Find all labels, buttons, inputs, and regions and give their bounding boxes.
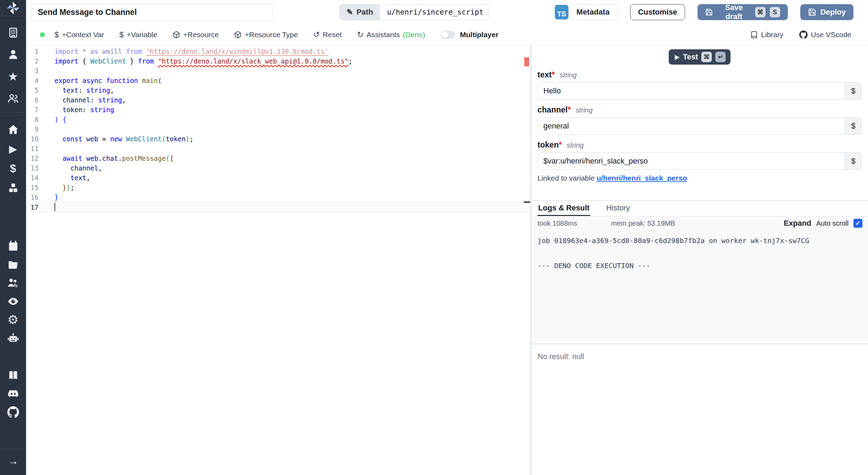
sidebar-item-ai[interactable] <box>0 330 26 346</box>
code-text: export async function main( <box>55 76 162 85</box>
add-resource-type-button[interactable]: +Resource Type <box>234 31 298 39</box>
text-field-input[interactable] <box>537 82 862 100</box>
box-icon <box>234 31 242 39</box>
enter-key-badge: ↵ <box>715 52 726 62</box>
windmill-logo[interactable] <box>0 0 26 16</box>
code-line-9[interactable]: 9 <box>26 124 531 134</box>
token-field-input[interactable] <box>537 152 862 170</box>
field-name: text <box>537 70 552 79</box>
insert-variable-button[interactable]: $ <box>845 83 861 99</box>
line-number: 5 <box>26 85 39 95</box>
reset-button[interactable]: ↺ Reset <box>313 30 342 39</box>
windmill-logo-icon <box>6 0 21 16</box>
code-line-3[interactable]: 3 <box>26 66 531 76</box>
code-line-12[interactable]: 12 await web.chat.postMessage({ <box>26 153 531 163</box>
test-button[interactable]: ▶ Test ⌘ ↵ <box>669 49 731 65</box>
multiplayer-label-item: Multiplayer <box>460 31 499 39</box>
tab-history[interactable]: History <box>606 201 631 216</box>
sidebar-item-docs[interactable] <box>0 367 26 383</box>
test-button-label: Test <box>683 52 698 61</box>
dollar-icon: $ <box>851 122 855 131</box>
sidebar-item-audit-logs[interactable] <box>0 293 26 309</box>
use-vscode-label: Use VScode <box>811 31 851 39</box>
code-line-11[interactable]: 11 <box>26 144 531 153</box>
s-key-badge: S <box>770 7 780 17</box>
code-line-16[interactable]: 16} <box>26 192 531 202</box>
github-icon <box>799 31 808 39</box>
multiplayer-toggle[interactable] <box>441 31 455 39</box>
code-line-1[interactable]: 1import * as wmill from 'https://deno.la… <box>26 47 531 56</box>
sidebar-item-discord[interactable] <box>0 386 26 402</box>
field-name: token <box>537 140 559 149</box>
sidebar-item-workers[interactable] <box>0 275 26 291</box>
code-line-17[interactable]: 17 <box>26 202 531 212</box>
arrow-right-icon: → <box>8 455 19 466</box>
add-variable-button[interactable]: $ +Variable <box>119 30 157 39</box>
auto-scroll-checkbox[interactable]: ✓ <box>853 219 862 228</box>
library-button[interactable]: Library <box>750 31 783 39</box>
channel-field-input[interactable] <box>537 117 862 135</box>
add-context-var-button[interactable]: $ +Context Var <box>55 30 104 39</box>
text-cursor <box>55 203 55 211</box>
add-resource-label: +Resource <box>183 31 219 39</box>
sidebar-item-workspace[interactable] <box>0 25 26 41</box>
assistants-button[interactable]: ↻ Assistants (Deno) <box>357 30 425 39</box>
code-line-13[interactable]: 13 channel, <box>26 163 531 173</box>
sidebar-item-user[interactable] <box>0 47 26 62</box>
star-icon: ★ <box>8 70 18 82</box>
code-line-7[interactable]: 7 token: string <box>26 105 531 115</box>
code-text: token: string <box>55 105 114 115</box>
sidebar-item-home[interactable] <box>0 122 26 138</box>
code-line-10[interactable]: 10 const web = new WebClient(token); <box>26 134 531 144</box>
insert-variable-button[interactable]: $ <box>845 153 861 169</box>
cmd-key-badge: ⌘ <box>701 52 712 62</box>
user-icon <box>7 49 19 60</box>
code-text: await web.chat.postMessage({ <box>55 153 174 163</box>
insert-variable-button[interactable]: $ <box>845 118 861 134</box>
deploy-button[interactable]: Deploy <box>800 4 853 20</box>
line-number: 14 <box>26 173 39 183</box>
sidebar-item-folders[interactable] <box>0 257 26 273</box>
robot-icon <box>7 332 19 344</box>
customise-button[interactable]: Customise <box>630 4 685 20</box>
sidebar-item-runs[interactable]: ▶ <box>0 141 26 157</box>
sidebar-item-settings[interactable]: ⚙ <box>0 312 26 328</box>
customise-button-label: Customise <box>638 8 677 17</box>
logs-section: took 1088ms mem peak: 53.19MB Expand Aut… <box>531 216 868 344</box>
code-line-5[interactable]: 5 text: string, <box>26 85 531 95</box>
code-line-6[interactable]: 6 channel: string, <box>26 95 531 105</box>
code-text: import { WebClient } from "https://deno.… <box>55 56 352 66</box>
sidebar-item-variables[interactable]: $ <box>0 160 26 176</box>
dollar-icon: $ <box>851 86 855 95</box>
code-line-8[interactable]: 8) { <box>26 115 531 124</box>
sidebar-item-schedules[interactable] <box>0 238 26 254</box>
status-dot <box>40 32 45 37</box>
sidebar-expand-button[interactable]: → <box>0 453 26 469</box>
eye-icon <box>7 295 19 308</box>
box-icon <box>173 31 180 39</box>
save-draft-button[interactable]: Save draft ⌘ S <box>698 4 787 20</box>
code-editor[interactable]: 1import * as wmill from 'https://deno.la… <box>26 45 531 475</box>
expand-logs-button[interactable]: Expand <box>784 219 811 228</box>
line-number: 3 <box>26 66 39 76</box>
sidebar-item-favorites[interactable]: ★ <box>0 68 26 84</box>
sidebar-item-groups[interactable] <box>0 90 26 106</box>
code-line-4[interactable]: 4export async function main( <box>26 76 531 85</box>
edit-path-button[interactable]: ✎ Path <box>340 5 380 20</box>
field-label-token: token* string <box>537 140 862 150</box>
tab-logs-result[interactable]: Logs & Result <box>537 201 590 216</box>
cmd-key-badge: ⌘ <box>755 7 766 17</box>
use-vscode-button[interactable]: Use VScode <box>799 31 851 39</box>
sidebar-item-github[interactable] <box>0 404 26 420</box>
script-title-input[interactable] <box>31 4 273 20</box>
code-line-14[interactable]: 14 text, <box>26 173 531 183</box>
sidebar-item-resources[interactable] <box>0 180 26 196</box>
building-icon <box>7 27 19 39</box>
typescript-badge: TS <box>555 5 568 19</box>
required-asterisk: * <box>568 105 571 114</box>
code-line-15[interactable]: 15 }); <box>26 183 531 192</box>
metadata-button[interactable]: Metadata <box>568 4 617 20</box>
code-line-2[interactable]: 2import { WebClient } from "https://deno… <box>26 56 531 66</box>
linked-variable-link[interactable]: u/henri/henri_slack_perso <box>596 174 687 182</box>
add-resource-button[interactable]: +Resource <box>173 31 219 39</box>
